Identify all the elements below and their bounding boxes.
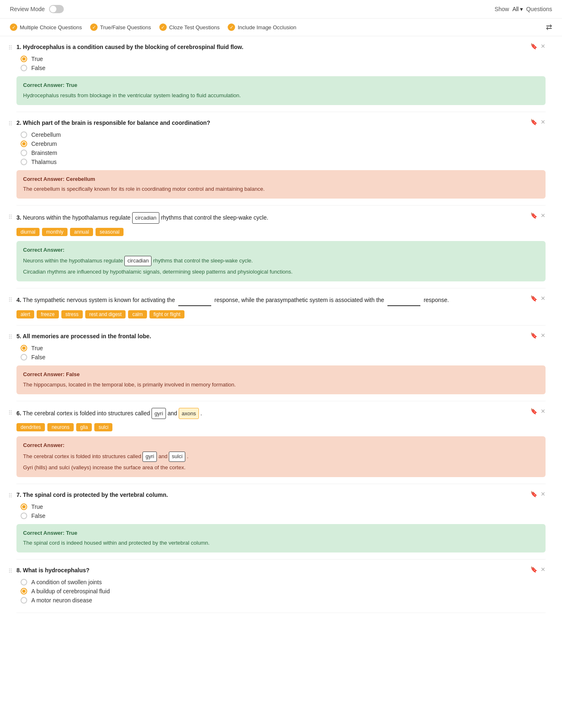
filter-cloze[interactable]: ✓ Cloze Test Questions xyxy=(159,23,220,31)
close-icon-2[interactable]: ✕ xyxy=(541,119,546,125)
tag-3-seasonal[interactable]: seasonal xyxy=(96,228,124,236)
tag-4-calm[interactable]: calm xyxy=(128,310,147,318)
tag-4-rest-and-digest[interactable]: rest and digest xyxy=(85,310,126,318)
bookmark-icon-6[interactable]: 🔖 xyxy=(530,408,537,414)
question-2-header: 2. Which part of the brain is responsibl… xyxy=(16,119,546,127)
all-dropdown[interactable]: All ▾ xyxy=(512,6,523,12)
bookmark-icon-5[interactable]: 🔖 xyxy=(530,332,537,339)
bookmark-icon-3[interactable]: 🔖 xyxy=(530,212,537,219)
question-6: ⠿ 6. The cerebral cortex is folded into … xyxy=(16,401,546,484)
close-icon-5[interactable]: ✕ xyxy=(541,332,546,339)
tag-6-neurons[interactable]: neurons xyxy=(47,423,73,431)
option-8-swollen-joints[interactable]: A condition of swollen joints xyxy=(21,579,546,585)
close-icon-4[interactable]: ✕ xyxy=(541,295,546,302)
option-2-brainstem[interactable]: Brainstem xyxy=(21,150,546,156)
question-6-header: 6. The cerebral cortex is folded into st… xyxy=(16,408,546,419)
option-2-thalamus-label: Thalamus xyxy=(31,159,56,165)
tag-4-freeze[interactable]: freeze xyxy=(37,310,58,318)
close-icon-3[interactable]: ✕ xyxy=(541,212,546,219)
drag-handle-6[interactable]: ⠿ xyxy=(8,410,12,416)
blank-4-2 xyxy=(387,295,420,306)
shuffle-button[interactable]: ⇄ xyxy=(546,23,552,32)
radio-2-thalamus[interactable] xyxy=(21,159,27,165)
question-6-text: 6. The cerebral cortex is folded into st… xyxy=(16,408,530,419)
tag-3-diurnal[interactable]: diurnal xyxy=(16,228,40,236)
option-2-cerebellum[interactable]: Cerebellum xyxy=(21,131,546,138)
mcq-label: Multiple Choice Questions xyxy=(20,24,82,30)
review-mode-toggle[interactable] xyxy=(49,5,64,13)
filter-image-occlusion[interactable]: ✓ Include Image Occlusion xyxy=(228,23,296,31)
option-2-cerebrum[interactable]: Cerebrum xyxy=(21,140,546,147)
option-8-motor-neuron[interactable]: A motor neuron disease xyxy=(21,597,546,604)
radio-8-swollen-joints[interactable] xyxy=(21,579,27,585)
answer-label-1: Correct Answer: True xyxy=(23,81,539,90)
close-icon-7[interactable]: ✕ xyxy=(541,491,546,497)
radio-2-cerebellum[interactable] xyxy=(21,131,27,138)
drag-handle-4[interactable]: ⠿ xyxy=(8,297,12,303)
radio-2-brainstem[interactable] xyxy=(21,150,27,156)
option-1-false[interactable]: False xyxy=(21,65,546,71)
radio-2-cerebrum[interactable] xyxy=(21,140,27,147)
radio-1-true[interactable] xyxy=(21,56,27,62)
option-8-csf-buildup[interactable]: A buildup of cerebrospinal fluid xyxy=(21,588,546,595)
answer-detail-6a: The cerebral cortex is folded into struc… xyxy=(23,452,539,462)
drag-handle-1[interactable]: ⠿ xyxy=(8,44,12,51)
tag-4-stress[interactable]: stress xyxy=(61,310,83,318)
radio-8-csf-buildup[interactable] xyxy=(21,588,27,595)
question-6-actions: 🔖 ✕ xyxy=(530,408,546,414)
radio-5-true[interactable] xyxy=(21,345,27,351)
question-1-text: 1. Hydrocephalus is a condition caused b… xyxy=(16,43,530,51)
answer-detail-1: Hydrocephalus results from blockage in t… xyxy=(23,91,539,100)
tag-3-annual[interactable]: annual xyxy=(70,228,93,236)
tag-4-fight-or-flight[interactable]: fight or flight xyxy=(149,310,184,318)
option-7-true-label: True xyxy=(31,503,43,510)
answer-label-5: Correct Answer: False xyxy=(23,370,539,379)
bookmark-icon-7[interactable]: 🔖 xyxy=(530,491,537,497)
close-icon-8[interactable]: ✕ xyxy=(541,566,546,573)
tag-6-sulci[interactable]: sulci xyxy=(94,423,112,431)
top-bar: Review Mode Show All ▾ Questions xyxy=(0,0,562,19)
drag-handle-5[interactable]: ⠿ xyxy=(8,334,12,340)
bookmark-icon-2[interactable]: 🔖 xyxy=(530,119,537,125)
radio-1-false[interactable] xyxy=(21,65,27,71)
bookmark-icon-1[interactable]: 🔖 xyxy=(530,43,537,49)
cloze-check-icon: ✓ xyxy=(159,23,167,31)
question-4-header: 4. The sympathetic nervous system is kno… xyxy=(16,295,546,306)
bookmark-icon-4[interactable]: 🔖 xyxy=(530,295,537,302)
top-right-section: Show All ▾ Questions xyxy=(494,6,552,12)
option-7-true[interactable]: True xyxy=(21,503,546,510)
radio-7-false[interactable] xyxy=(21,513,27,519)
tag-3-monthly[interactable]: monthly xyxy=(42,228,68,236)
tag-6-glia[interactable]: glia xyxy=(76,423,92,431)
tag-6-dendrites[interactable]: dendrites xyxy=(16,423,45,431)
filter-tf[interactable]: ✓ True/False Questions xyxy=(90,23,151,31)
option-5-false[interactable]: False xyxy=(21,354,546,360)
drag-handle-2[interactable]: ⠿ xyxy=(8,120,12,127)
questions-container: ⠿ 1. Hydrocephalus is a condition caused… xyxy=(0,36,562,613)
filter-mcq[interactable]: ✓ Multiple Choice Questions xyxy=(10,23,82,31)
radio-5-false[interactable] xyxy=(21,354,27,360)
tag-4-alert[interactable]: alert xyxy=(16,310,34,318)
option-7-false[interactable]: False xyxy=(21,513,546,519)
drag-handle-3[interactable]: ⠿ xyxy=(8,214,12,220)
close-icon-1[interactable]: ✕ xyxy=(541,43,546,49)
question-7-actions: 🔖 ✕ xyxy=(530,491,546,497)
close-icon-6[interactable]: ✕ xyxy=(541,408,546,414)
question-8-text: 8. What is hydrocephalus? xyxy=(16,566,530,575)
bookmark-icon-8[interactable]: 🔖 xyxy=(530,566,537,573)
drag-handle-8[interactable]: ⠿ xyxy=(8,568,12,574)
answer-label-7: Correct Answer: True xyxy=(23,529,539,538)
option-2-thalamus[interactable]: Thalamus xyxy=(21,159,546,165)
question-1-actions: 🔖 ✕ xyxy=(530,43,546,49)
answer-box-5: Correct Answer: False The hippocampus, l… xyxy=(16,365,546,394)
drag-handle-7[interactable]: ⠿ xyxy=(8,492,12,499)
question-3-actions: 🔖 ✕ xyxy=(530,212,546,219)
occlusion-check-icon: ✓ xyxy=(228,23,235,31)
question-5-header: 5. All memories are processed in the fro… xyxy=(16,332,546,341)
radio-8-motor-neuron[interactable] xyxy=(21,597,27,604)
option-5-true[interactable]: True xyxy=(21,345,546,351)
question-4-tags: alert freeze stress rest and digest calm… xyxy=(16,310,546,318)
option-1-true[interactable]: True xyxy=(21,56,546,62)
question-8: ⠿ 8. What is hydrocephalus? 🔖 ✕ A condit… xyxy=(16,559,546,613)
radio-7-true[interactable] xyxy=(21,503,27,510)
